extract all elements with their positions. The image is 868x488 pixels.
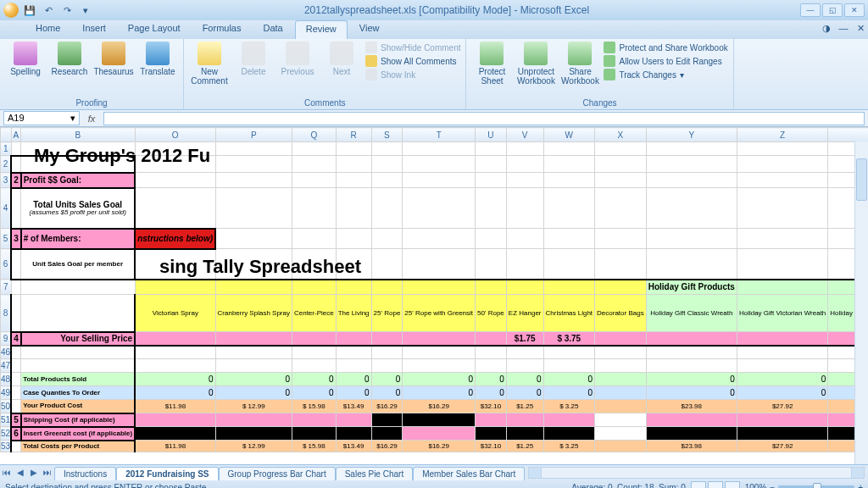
redo-icon[interactable]: ↷ xyxy=(59,3,75,18)
title-bar: 💾 ↶ ↷ ▾ 2012tallyspreadsheet.xls [Compat… xyxy=(0,0,868,20)
sheet-tab-instructions[interactable]: Instructions xyxy=(54,467,116,480)
close-button[interactable]: ✕ xyxy=(844,3,865,17)
delete-comment-button: Delete xyxy=(233,42,274,76)
sheet-nav-first[interactable]: ⏮ xyxy=(0,468,14,477)
group-proofing: Spelling Research Thesaurus Translate Pr… xyxy=(0,39,184,109)
protect-share-button[interactable]: Protect and Share Workbook xyxy=(604,42,727,53)
research-label: Research xyxy=(52,67,88,76)
status-average: Average: 0 xyxy=(571,483,612,489)
new-comment-button[interactable]: New Comment xyxy=(189,42,230,86)
tab-home[interactable]: Home xyxy=(25,20,70,39)
delete-comment-label: Delete xyxy=(242,67,266,76)
next-comment-button: Next xyxy=(321,42,362,76)
protect-sheet-label: Protect Sheet xyxy=(471,67,512,86)
formula-input[interactable] xyxy=(103,112,865,125)
next-comment-label: Next xyxy=(333,67,351,76)
minimize-button[interactable]: — xyxy=(800,3,821,17)
share-workbook-button[interactable]: Share Workbook xyxy=(559,42,600,86)
translate-label: Translate xyxy=(140,67,175,76)
sheet-nav-next[interactable]: ▶ xyxy=(27,468,41,477)
sheet-tab-sales-pie[interactable]: Sales Pie Chart xyxy=(336,467,413,480)
tab-review[interactable]: Review xyxy=(295,20,348,39)
showhide-comment-button: Show/Hide Comment xyxy=(365,42,460,53)
undo-icon[interactable]: ↶ xyxy=(41,3,56,18)
status-sum: Sum: 0 xyxy=(659,483,686,489)
office-orb[interactable] xyxy=(3,3,19,18)
formula-bar: A19▾ fx xyxy=(0,110,868,127)
vertical-scrollbar[interactable] xyxy=(854,141,868,464)
view-normal-button[interactable] xyxy=(691,481,706,488)
sheet-tab-fundraising[interactable]: 2012 Fundraising SS xyxy=(116,467,218,480)
zoom-out-icon[interactable]: − xyxy=(770,483,775,489)
unprotect-label: Unprotect Workbook xyxy=(515,67,556,86)
group-comments: New Comment Delete Previous Next Show/Hi… xyxy=(184,39,466,109)
sheet-tab-bar: ⏮ ◀ ▶ ⏭ Instructions 2012 Fundraising SS… xyxy=(0,464,868,480)
protect-sheet-button[interactable]: Protect Sheet xyxy=(471,42,512,86)
show-ink-button: Show Ink xyxy=(365,69,460,80)
group-comments-label: Comments xyxy=(189,97,460,108)
prev-comment-label: Previous xyxy=(281,67,314,76)
sheet-tab-group-progress[interactable]: Group Progress Bar Chart xyxy=(219,467,336,480)
namebox-dropdown-icon[interactable]: ▾ xyxy=(70,113,75,124)
view-buttons xyxy=(691,481,740,488)
qat-dropdown-icon[interactable]: ▾ xyxy=(78,3,93,18)
group-changes-label: Changes xyxy=(471,97,727,108)
ribbon: Spelling Research Thesaurus Translate Pr… xyxy=(0,39,868,110)
fx-icon[interactable]: fx xyxy=(83,114,100,124)
worksheet-grid[interactable]: ABOPQRSTUVWXYZAAABACADAEAFAG1232Profit $… xyxy=(0,127,868,464)
zoom-label: 100% xyxy=(745,483,767,489)
showall-comments-button[interactable]: Show All Comments xyxy=(365,55,460,67)
sheet-nav-prev[interactable]: ◀ xyxy=(14,468,27,477)
quick-access-toolbar: 💾 ↶ ↷ ▾ xyxy=(22,3,93,18)
tab-data[interactable]: Data xyxy=(253,20,292,39)
save-icon[interactable]: 💾 xyxy=(22,3,37,18)
window-title: 2012tallyspreadsheet.xls [Compatibility … xyxy=(93,4,800,16)
status-count: Count: 18 xyxy=(617,483,654,489)
tab-insert[interactable]: Insert xyxy=(72,20,116,39)
unprotect-workbook-button[interactable]: Unprotect Workbook xyxy=(515,42,556,86)
help-icon[interactable]: ◑ xyxy=(819,20,834,36)
ribbon-min-icon[interactable]: — xyxy=(836,20,851,36)
status-bar: Select destination and press ENTER or ch… xyxy=(0,480,868,488)
ribbon-close-icon[interactable]: ✕ xyxy=(853,20,868,36)
new-comment-label: New Comment xyxy=(189,67,230,86)
previous-comment-button: Previous xyxy=(277,42,318,76)
status-message: Select destination and press ENTER or ch… xyxy=(5,483,206,489)
track-changes-button[interactable]: Track Changes ▾ xyxy=(604,69,727,80)
name-box[interactable]: A19▾ xyxy=(3,111,80,125)
thesaurus-label: Thesaurus xyxy=(93,67,133,76)
spelling-button[interactable]: Spelling xyxy=(5,42,46,76)
sheet-nav-last[interactable]: ⏭ xyxy=(41,468,54,477)
translate-button[interactable]: Translate xyxy=(137,42,178,76)
thesaurus-button[interactable]: Thesaurus xyxy=(93,42,134,76)
zoom-control[interactable]: 100% − + xyxy=(745,483,863,489)
tab-formulas[interactable]: Formulas xyxy=(192,20,252,39)
research-button[interactable]: Research xyxy=(49,42,90,76)
view-pagebreak-button[interactable] xyxy=(725,481,740,488)
zoom-in-icon[interactable]: + xyxy=(858,483,863,489)
ribbon-tabs: Home Insert Page Layout Formulas Data Re… xyxy=(0,20,868,39)
group-changes: Protect Sheet Unprotect Workbook Share W… xyxy=(466,39,733,109)
tab-view[interactable]: View xyxy=(349,20,390,39)
horizontal-scrollbar[interactable] xyxy=(528,467,865,479)
sheet-tab-member-sales[interactable]: Member Sales Bar Chart xyxy=(413,467,525,480)
group-proofing-label: Proofing xyxy=(5,97,178,108)
tab-page-layout[interactable]: Page Layout xyxy=(118,20,191,39)
allow-edit-button[interactable]: Allow Users to Edit Ranges xyxy=(604,55,727,67)
share-label: Share Workbook xyxy=(559,67,600,86)
view-layout-button[interactable] xyxy=(708,481,723,488)
spelling-label: Spelling xyxy=(10,67,41,76)
restore-button[interactable]: ◱ xyxy=(822,3,843,17)
